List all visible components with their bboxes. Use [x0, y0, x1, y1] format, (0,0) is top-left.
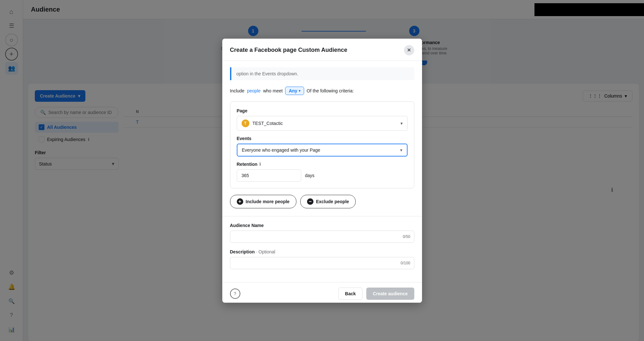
- events-select[interactable]: Everyone who engaged with your Page ▾: [237, 144, 408, 156]
- modal-close-button[interactable]: ✕: [404, 45, 414, 55]
- include-plus-icon: +: [237, 198, 243, 205]
- include-more-button[interactable]: + Include more people: [230, 195, 296, 208]
- criteria-box: Page T TEST_Cotactic ▾ Events: [230, 101, 414, 188]
- of-following-text: Of the following criteria:: [307, 88, 354, 93]
- retention-input[interactable]: [237, 169, 301, 182]
- modal-overlay: Create a Facebook page Custom Audience ✕…: [0, 0, 644, 341]
- info-box: option in the Events dropdown.: [230, 67, 414, 80]
- page-icon: T: [242, 119, 249, 127]
- back-button[interactable]: Back: [338, 288, 362, 300]
- page-label: Page: [237, 108, 408, 113]
- audience-name-label: Audience Name: [230, 223, 414, 228]
- exclude-people-button[interactable]: − Exclude people: [300, 195, 356, 208]
- create-audience-submit-button[interactable]: Create audience: [366, 288, 414, 300]
- description-label: Description: [230, 249, 255, 254]
- audience-name-char-count: 0/50: [403, 234, 410, 239]
- audience-name-input[interactable]: [230, 231, 414, 243]
- description-char-count: 0/100: [400, 261, 410, 265]
- modal: Create a Facebook page Custom Audience ✕…: [222, 39, 422, 303]
- description-input[interactable]: [230, 257, 414, 269]
- exclude-minus-icon: −: [307, 198, 313, 205]
- page-select[interactable]: T TEST_Cotactic ▾: [237, 116, 408, 131]
- events-chevron-icon: ▾: [400, 147, 402, 153]
- events-value: Everyone who engaged with your Page: [242, 147, 321, 153]
- retention-info-icon: ℹ: [259, 162, 261, 166]
- who-meet-text: who meet: [263, 88, 283, 93]
- any-dropdown[interactable]: Any ▾: [285, 87, 304, 95]
- events-label: Events: [237, 136, 408, 141]
- retention-label: Retention: [237, 162, 258, 167]
- people-link[interactable]: people: [247, 88, 261, 93]
- retention-unit: days: [305, 173, 315, 178]
- page-value: TEST_Cotactic: [253, 121, 283, 126]
- modal-title: Create a Facebook page Custom Audience: [230, 47, 347, 53]
- modal-help-button[interactable]: ?: [230, 289, 240, 299]
- page-chevron-icon: ▾: [400, 121, 403, 126]
- description-optional: · Optional: [256, 249, 275, 254]
- include-text: Include: [230, 88, 245, 93]
